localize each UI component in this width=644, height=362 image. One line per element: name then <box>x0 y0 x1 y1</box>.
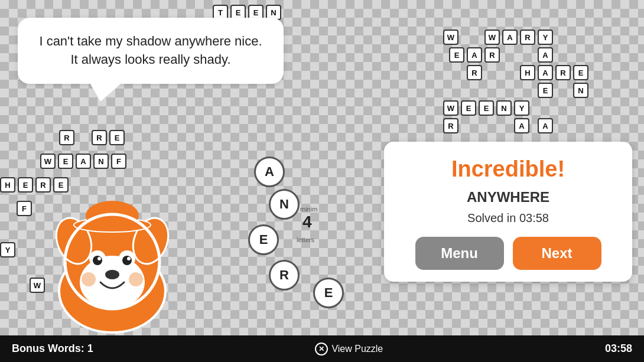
tile: A <box>502 30 518 45</box>
tile: R <box>520 30 535 45</box>
tile: N <box>573 83 588 98</box>
speech-line2: It always looks really shady. <box>70 52 230 67</box>
tile: E <box>58 154 73 169</box>
tile: W <box>443 30 458 45</box>
tile: E <box>479 100 494 116</box>
tile: Y <box>514 100 529 116</box>
speech-bubble-text: I can't take my shadow anywhere nice. It… <box>35 32 266 69</box>
timer: 03:58 <box>605 343 632 355</box>
letter-circle-a: A <box>254 156 285 187</box>
tile: A <box>467 47 482 63</box>
tile: E <box>538 83 553 98</box>
tile: W <box>484 30 500 45</box>
tile: A <box>76 154 91 169</box>
view-puzzle-button[interactable]: ✕ View Puzzle <box>315 343 383 356</box>
tile: H <box>520 65 535 80</box>
tile: A <box>514 118 529 133</box>
tile: W <box>40 154 56 169</box>
tile: E <box>461 100 476 116</box>
tile: R <box>484 47 500 63</box>
bottom-bar: Bonus Words: 1 ✕ View Puzzle 03:58 <box>0 335 644 362</box>
next-button[interactable]: Next <box>513 237 601 270</box>
x-circle-icon: ✕ <box>315 343 328 356</box>
result-title: Incredible! <box>405 156 612 182</box>
tile: E <box>109 130 125 145</box>
result-solved: Solved in 03:58 <box>405 211 612 225</box>
min-letters-count: 4 <box>303 213 312 231</box>
result-panel: Incredible! ANYWHERE Solved in 03:58 Men… <box>384 142 632 282</box>
tile: E <box>449 47 464 63</box>
view-puzzle-label: View Puzzle <box>331 344 383 354</box>
tile: Y <box>538 30 553 45</box>
tile: W <box>443 100 458 116</box>
tile: Y <box>0 242 15 257</box>
tile: N <box>496 100 512 116</box>
letter-circle-e2: E <box>313 278 344 308</box>
speech-bubble: I can't take my shadow anywhere nice. It… <box>18 18 284 84</box>
result-word: ANYWHERE <box>405 189 612 206</box>
min-letters-label: minim <box>300 206 317 213</box>
mascot <box>30 173 195 338</box>
tile: R <box>92 130 107 145</box>
letters-word: letters <box>297 236 314 243</box>
tile: A <box>538 65 553 80</box>
svg-point-8 <box>122 256 132 265</box>
tile: A <box>538 118 553 133</box>
tile: E <box>573 65 588 80</box>
tile: R <box>467 65 482 80</box>
tile: R <box>555 65 571 80</box>
svg-point-9 <box>97 257 101 260</box>
svg-point-13 <box>129 272 143 286</box>
menu-button[interactable]: Menu <box>415 237 504 270</box>
svg-point-7 <box>93 256 102 265</box>
result-buttons: Menu Next <box>405 237 612 270</box>
letter-circle-e1: E <box>248 224 279 255</box>
speech-line1: I can't take my shadow anywhere nice. <box>39 34 262 48</box>
svg-point-12 <box>82 272 96 286</box>
letter-circle-r: R <box>269 260 300 291</box>
svg-point-10 <box>127 257 131 260</box>
letter-circle-n: N <box>269 189 300 220</box>
bonus-words: Bonus Words: 1 <box>12 343 93 355</box>
tile: A <box>538 47 553 63</box>
tile: H <box>0 177 15 193</box>
tile: R <box>59 130 74 145</box>
tile: N <box>93 154 109 169</box>
tile: F <box>111 154 126 169</box>
tile: R <box>443 118 458 133</box>
svg-point-11 <box>105 270 119 279</box>
